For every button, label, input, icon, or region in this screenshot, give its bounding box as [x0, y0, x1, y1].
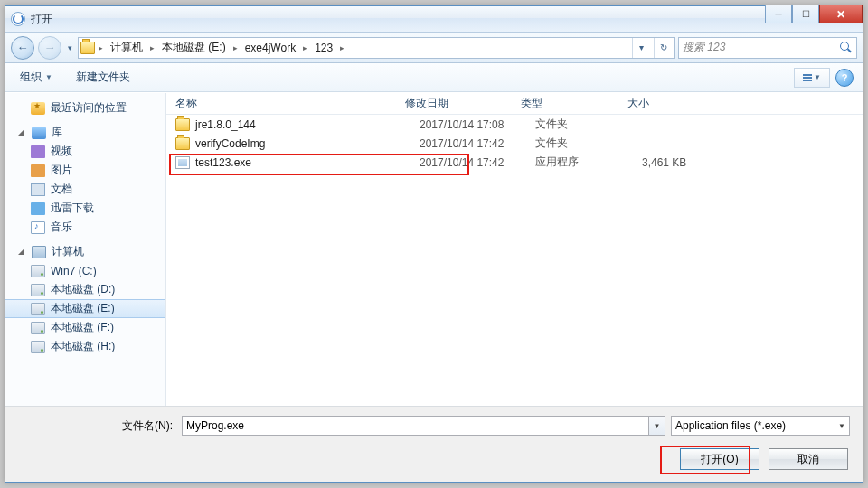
- search-placeholder: 搜索 123: [683, 40, 725, 55]
- history-dropdown[interactable]: ▾: [65, 38, 74, 58]
- sidebar-item-label: Win7 (C:): [51, 265, 97, 277]
- dialog-footer: 文件名(N): ▼ Application files (*.exe) ▼ 打开…: [5, 406, 863, 482]
- file-row[interactable]: verifyCodeImg 2017/10/14 17:42 文件夹: [166, 134, 863, 153]
- toolbar: 组织 ▼ 新建文件夹 ▼ ?: [5, 63, 863, 92]
- file-type: 应用程序: [535, 155, 642, 170]
- filename-label: 文件名(N):: [18, 418, 176, 434]
- sidebar-item-label: 视频: [51, 144, 72, 159]
- document-icon: [31, 183, 45, 196]
- drive-icon: [31, 284, 45, 296]
- sidebar-item-label: 图片: [51, 163, 72, 178]
- sidebar-item-drive-e[interactable]: 本地磁盘 (E:): [5, 299, 165, 318]
- sidebar-item-videos[interactable]: 视频: [5, 142, 165, 161]
- sidebar-item-drive-c[interactable]: Win7 (C:): [5, 261, 165, 280]
- breadcrumb-segment[interactable]: 计算机: [107, 40, 146, 55]
- help-button[interactable]: ?: [835, 69, 854, 87]
- download-icon: [31, 202, 45, 215]
- filter-label: Application files (*.exe): [675, 419, 786, 432]
- forward-button[interactable]: →: [38, 36, 61, 60]
- drive-icon: [31, 341, 45, 353]
- minimize-button[interactable]: ─: [765, 5, 792, 23]
- organize-menu[interactable]: 组织 ▼: [14, 67, 58, 88]
- sidebar-item-music[interactable]: 音乐: [5, 218, 165, 237]
- column-header-type[interactable]: 类型: [521, 96, 627, 111]
- annotation-highlight-file: [169, 154, 469, 175]
- file-row[interactable]: jre1.8.0_144 2017/10/14 17:08 文件夹: [166, 115, 863, 134]
- open-file-dialog: 打开 ─ ☐ ✕ ← → ▾ ▸ 计算机 ▸ 本地磁盘 (E:) ▸ exe4j…: [5, 5, 863, 483]
- sidebar-item-label: 本地磁盘 (E:): [51, 301, 115, 316]
- collapse-icon: ◢: [18, 248, 26, 256]
- sidebar-item-label: 本地磁盘 (H:): [51, 339, 115, 354]
- breadcrumb-segment[interactable]: exe4jWork: [241, 42, 299, 54]
- sidebar-item-drive-h[interactable]: 本地磁盘 (H:): [5, 337, 165, 356]
- sidebar-item-recent[interactable]: 最近访问的位置: [5, 99, 165, 117]
- maximize-button[interactable]: ☐: [792, 5, 819, 23]
- file-name: verifyCodeImg: [195, 137, 420, 150]
- column-header-date[interactable]: 修改日期: [405, 96, 521, 111]
- drive-icon: [31, 322, 45, 334]
- favorites-icon: [31, 102, 45, 115]
- chevron-down-icon: ▼: [814, 73, 821, 81]
- refresh-button[interactable]: ↻: [654, 38, 672, 58]
- navigation-bar: ← → ▾ ▸ 计算机 ▸ 本地磁盘 (E:) ▸ exe4jWork ▸ 12…: [5, 33, 863, 63]
- sidebar-item-pictures[interactable]: 图片: [5, 161, 165, 180]
- file-type-filter[interactable]: Application files (*.exe) ▼: [671, 416, 850, 436]
- chevron-right-icon: ▸: [303, 43, 307, 52]
- computer-icon: [32, 246, 46, 258]
- drive-icon: [31, 265, 45, 277]
- titlebar: 打开 ─ ☐ ✕: [5, 6, 863, 33]
- back-button[interactable]: ←: [11, 36, 34, 60]
- chevron-right-icon: ▸: [99, 43, 103, 52]
- music-icon: [31, 221, 45, 234]
- file-date: 2017/10/14 17:08: [420, 118, 535, 131]
- file-type: 文件夹: [535, 136, 642, 151]
- folder-icon: [175, 137, 190, 150]
- sidebar-item-downloads[interactable]: 迅雷下载: [5, 199, 165, 218]
- collapse-icon: ◢: [18, 128, 26, 136]
- file-date: 2017/10/14 17:42: [420, 137, 535, 150]
- window-title: 打开: [31, 12, 52, 27]
- column-header-name[interactable]: 名称: [175, 96, 405, 111]
- new-folder-button[interactable]: 新建文件夹: [71, 67, 136, 88]
- cancel-button[interactable]: 取消: [769, 448, 848, 470]
- file-type: 文件夹: [535, 117, 642, 132]
- filename-dropdown[interactable]: ▼: [649, 416, 665, 436]
- sidebar-item-label: 音乐: [51, 220, 72, 235]
- file-name: jre1.8.0_144: [195, 118, 420, 131]
- navigation-pane: 最近访问的位置 ◢ 库 视频 图片 文档 迅雷下载 音乐 ◢ 计算机 Win7 …: [5, 93, 166, 406]
- chevron-down-icon: ▼: [838, 422, 845, 430]
- sidebar-item-label: 库: [52, 125, 62, 140]
- close-button[interactable]: ✕: [819, 5, 863, 23]
- address-bar[interactable]: ▸ 计算机 ▸ 本地磁盘 (E:) ▸ exe4jWork ▸ 123 ▸ ▾ …: [78, 37, 675, 59]
- breadcrumb-segment[interactable]: 本地磁盘 (E:): [158, 40, 230, 55]
- breadcrumb-segment[interactable]: 123: [311, 42, 336, 54]
- view-mode-button[interactable]: ▼: [794, 68, 830, 88]
- sidebar-group-computer[interactable]: ◢ 计算机: [5, 242, 165, 261]
- cancel-button-label: 取消: [797, 452, 819, 467]
- file-list: 名称 修改日期 类型 大小 jre1.8.0_144 2017/10/14 17…: [166, 93, 863, 406]
- annotation-highlight-open: [660, 446, 750, 474]
- search-input[interactable]: 搜索 123: [678, 37, 857, 59]
- file-size: 3,461 KB: [642, 156, 863, 169]
- sidebar-item-label: 文档: [51, 182, 72, 197]
- sidebar-item-label: 本地磁盘 (F:): [51, 320, 114, 335]
- sidebar-item-documents[interactable]: 文档: [5, 180, 165, 199]
- video-icon: [31, 145, 45, 158]
- chevron-right-icon: ▸: [340, 43, 344, 52]
- search-icon: [840, 42, 853, 54]
- picture-icon: [31, 164, 45, 177]
- folder-icon: [175, 118, 190, 131]
- sidebar-item-label: 迅雷下载: [51, 201, 94, 216]
- sidebar-group-libraries[interactable]: ◢ 库: [5, 123, 165, 142]
- column-header-size[interactable]: 大小: [627, 96, 863, 111]
- sidebar-item-label: 最近访问的位置: [51, 100, 127, 116]
- sidebar-item-drive-d[interactable]: 本地磁盘 (D:): [5, 280, 165, 299]
- address-dropdown[interactable]: ▾: [632, 38, 650, 58]
- new-folder-label: 新建文件夹: [76, 70, 130, 85]
- list-view-icon: [803, 74, 812, 81]
- drive-icon: [31, 303, 45, 315]
- folder-icon: [80, 42, 95, 54]
- sidebar-item-label: 本地磁盘 (D:): [51, 282, 115, 297]
- filename-input[interactable]: [182, 416, 649, 436]
- sidebar-item-drive-f[interactable]: 本地磁盘 (F:): [5, 318, 165, 337]
